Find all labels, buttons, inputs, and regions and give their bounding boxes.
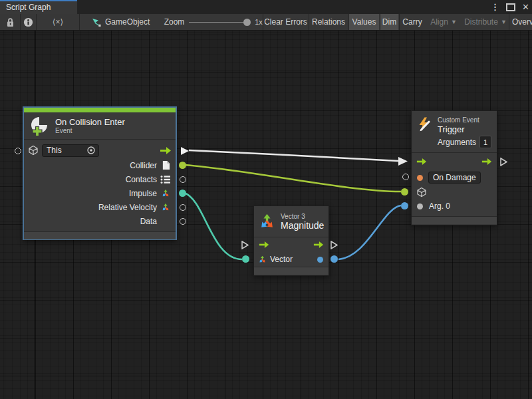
node-category: Custom Event (438, 116, 491, 124)
contacts-list-icon (160, 175, 171, 184)
wire-control-arrowhead (398, 157, 408, 166)
node-custom-event-trigger[interactable]: Custom Event Trigger Arguments 1 (411, 110, 497, 225)
align-dropdown[interactable]: Align▼ (428, 14, 459, 30)
carry-button[interactable]: Carry (400, 14, 425, 30)
tab-strip: Script Graph ⋮ ✕ (0, 0, 532, 14)
code-view-button[interactable]: ⟨×⟩ (37, 14, 79, 30)
zoom-label: Zoom (162, 14, 186, 30)
lock-button[interactable] (0, 14, 20, 30)
vector3-axis-icon (258, 255, 267, 264)
wire-magnitude-to-arg0[interactable] (338, 205, 401, 259)
port-impulse-output-connected[interactable] (179, 190, 186, 197)
port-relative-velocity-output[interactable] (180, 204, 186, 211)
distribute-dropdown[interactable]: Distribute▼ (463, 14, 508, 30)
port-label-arg0: Arg. 0 (429, 201, 450, 211)
port-magnitude-control-output[interactable] (330, 241, 338, 249)
code-icon: ⟨×⟩ (53, 17, 63, 27)
node-vector3-magnitude[interactable]: Vector 3 Magnitude Vector (253, 205, 329, 276)
script-graph-window: Script Graph ⋮ ✕ ⟨×⟩ (0, 0, 532, 399)
wire-collider-to-gameobject[interactable] (184, 165, 401, 192)
port-event-name-input[interactable] (402, 174, 409, 180)
zoom-slider[interactable] (189, 22, 245, 23)
control-output-arrow-icon (160, 146, 172, 155)
node-footer (412, 217, 497, 224)
port-label-collider: Collider (130, 161, 157, 170)
dim-button[interactable]: Dim (380, 14, 398, 30)
wire-impulse-to-vector[interactable] (184, 193, 242, 259)
port-magnitude-control-input[interactable] (241, 241, 249, 249)
port-label-relative-velocity: Relative Velocity (98, 203, 157, 212)
gameobject-cube-icon (416, 187, 427, 198)
node-title: Trigger (438, 124, 491, 134)
overview-button[interactable]: Overv (509, 14, 532, 30)
vector3-axis-icon (161, 189, 170, 198)
control-output-arrow-icon (313, 241, 324, 249)
node-title: Magnitude (281, 221, 324, 231)
wire-control-flow[interactable] (189, 150, 398, 161)
port-arg0-input-connected[interactable] (401, 202, 408, 209)
clear-errors-button[interactable]: Clear Errors (263, 14, 308, 30)
port-vector-input-connected[interactable] (242, 255, 249, 263)
float-output-port-icon (317, 257, 323, 263)
port-label-impulse: Impulse (129, 189, 157, 198)
port-trigger-control-output[interactable] (499, 158, 508, 166)
custom-event-icon (417, 116, 432, 133)
values-button[interactable]: Values (349, 14, 379, 30)
control-input-arrow-icon (259, 241, 269, 249)
port-data-output[interactable] (180, 218, 186, 225)
port-label-vector: Vector (270, 255, 293, 264)
arguments-count-field[interactable]: 1 (479, 136, 491, 148)
event-name-field[interactable]: On Damage (428, 172, 481, 184)
lock-icon (6, 17, 15, 27)
info-icon (23, 17, 33, 27)
port-control-output-connected[interactable] (180, 146, 190, 156)
control-output-arrow-icon (481, 158, 492, 166)
on-collision-enter-icon (29, 116, 49, 136)
port-label-contacts: Contacts (126, 175, 157, 184)
port-label-data: Data (140, 217, 157, 226)
node-title: On Collision Enter (55, 117, 125, 127)
close-icon[interactable]: ✕ (522, 0, 529, 14)
tab-script-graph[interactable]: Script Graph (0, 0, 77, 14)
vector3-axis-icon (258, 213, 276, 231)
graph-toolbar: ⟨×⟩ GameObject Zoom 1x Clear Errors Rela… (0, 14, 532, 31)
port-magnitude-output-connected[interactable] (331, 255, 338, 263)
port-collider-output-connected[interactable] (179, 162, 186, 169)
object-port-icon (417, 203, 423, 209)
chevron-down-icon: ▼ (451, 19, 457, 25)
vector3-axis-icon (161, 203, 170, 212)
this-target-field[interactable]: This (42, 144, 99, 157)
node-on-collision-enter[interactable]: On Collision Enter Event This (23, 106, 177, 240)
graph-icon (92, 18, 101, 27)
maximize-icon[interactable] (506, 3, 515, 11)
node-footer (24, 232, 176, 239)
control-input-arrow-icon (416, 158, 427, 166)
more-menu-icon[interactable]: ⋮ (491, 0, 499, 14)
chevron-down-icon: ▼ (501, 19, 507, 25)
arguments-label: Arguments (438, 138, 476, 147)
port-contacts-output[interactable] (180, 176, 186, 183)
zoom-slider-knob[interactable] (243, 19, 251, 26)
node-footer (254, 267, 329, 275)
string-port-icon (417, 175, 423, 181)
event-accent-bar (24, 108, 176, 112)
gameobject-label: GameObject (105, 17, 150, 27)
gameobject-cube-icon (28, 145, 39, 156)
node-subtitle: Event (55, 127, 125, 135)
tab-title: Script Graph (6, 3, 51, 12)
info-button[interactable] (21, 14, 36, 30)
collider-document-icon (162, 160, 170, 170)
relations-button[interactable]: Relations (309, 14, 348, 30)
port-trigger-gameobject-input-connected[interactable] (401, 188, 408, 196)
graph-canvas[interactable]: On Collision Enter Event This (0, 31, 532, 399)
gameobject-chip[interactable]: GameObject (85, 14, 170, 30)
target-picker-icon[interactable] (86, 146, 96, 155)
port-this-input[interactable] (15, 148, 21, 154)
